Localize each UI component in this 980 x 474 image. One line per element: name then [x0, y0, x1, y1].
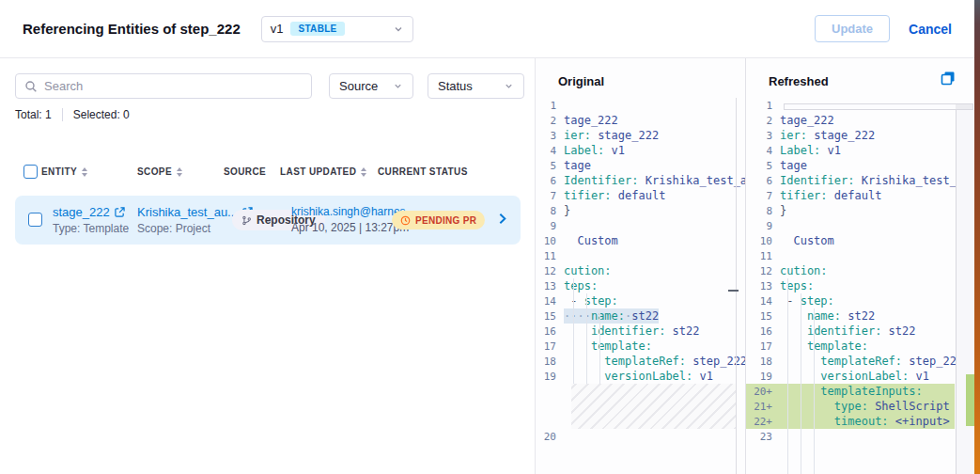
code-line[interactable]: 23 [746, 429, 955, 444]
code-line[interactable]: 9 [746, 218, 955, 233]
line-number: 1 [536, 100, 564, 112]
code-line[interactable]: 7tifier: default [536, 188, 745, 203]
code-line[interactable]: 7tifier: default [746, 188, 955, 203]
code-line[interactable]: 17 template: [536, 339, 745, 354]
scope-name-link[interactable]: Krishika_test_au... [137, 205, 238, 219]
line-text: tifier: default [780, 188, 881, 203]
code-line[interactable]: 8} [536, 203, 745, 218]
line-number: 20 [536, 431, 564, 443]
version-label: v1 [271, 22, 284, 36]
line-text: tage [564, 158, 591, 173]
code-line[interactable]: 11 [746, 248, 955, 263]
code-line[interactable]: 1 [536, 98, 745, 113]
line-number: 11 [536, 250, 564, 262]
code-line[interactable]: 22+ timeout: <+input> [746, 414, 955, 429]
code-line[interactable]: 17 template: [746, 339, 955, 354]
line-number: 17 [746, 340, 780, 353]
external-link-icon[interactable] [115, 207, 125, 217]
indent-guide [787, 278, 788, 474]
code-line[interactable]: 19 versionLabel: v1 [746, 369, 955, 384]
line-text: type: ShellScript [780, 399, 950, 414]
code-line[interactable]: 21+ type: ShellScript [746, 399, 955, 414]
line-number: 6 [746, 175, 780, 187]
code-line[interactable]: 12cution: [536, 263, 745, 278]
column-header-scope: SCOPE [137, 166, 172, 177]
original-code: 12tage_2223ier: stage_2224Label: v15tage… [536, 98, 745, 444]
code-line[interactable]: 8} [746, 203, 955, 218]
update-button[interactable]: Update [815, 15, 890, 42]
line-text: } [780, 203, 786, 218]
expand-row-chevron-right-icon[interactable] [496, 212, 508, 229]
cancel-button[interactable]: Cancel [909, 22, 952, 37]
code-line[interactable]: 18 templateRef: step_222 [536, 354, 745, 369]
line-text: tage_222 [564, 113, 618, 128]
sort-icon[interactable] [177, 167, 182, 177]
entity-name-link[interactable]: stage_222 [53, 205, 110, 219]
code-line[interactable]: 14 - step: [746, 293, 955, 308]
code-line[interactable]: 6Identifier: Krishika_test_aut [746, 173, 955, 188]
header-actions: Update Cancel [815, 15, 952, 42]
line-number: 4 [746, 145, 780, 157]
total-count: Total: 1 [15, 108, 52, 121]
line-number: 15 [746, 310, 780, 323]
sort-icon[interactable] [82, 167, 87, 177]
row-checkbox[interactable] [28, 213, 42, 227]
line-text: cution: [564, 263, 612, 278]
code-line[interactable]: 5tage [746, 158, 955, 173]
code-line[interactable]: 2tage_222 [746, 113, 955, 128]
repository-icon [241, 215, 252, 226]
copy-icon[interactable] [941, 71, 956, 86]
code-line[interactable]: 14 - step: [536, 293, 745, 308]
code-line[interactable]: 4Label: v1 [536, 143, 745, 158]
code-line[interactable]: 10 Custom [746, 233, 955, 248]
code-line[interactable]: 20+ templateInputs: [746, 384, 955, 399]
code-line[interactable]: 1 [746, 98, 955, 113]
code-line[interactable]: 15 name: st22 [746, 308, 955, 324]
table-row[interactable]: stage_222 Type: Template Krishika_test_a… [15, 196, 521, 245]
code-line[interactable]: 16 identifier: st22 [746, 324, 955, 339]
sort-icon[interactable] [361, 167, 366, 177]
column-header-last-updated: LAST UPDATED [280, 166, 356, 177]
line-number: 2 [536, 115, 564, 127]
source-filter-label: Source [339, 79, 378, 93]
code-line[interactable]: 11 [536, 248, 745, 263]
code-line[interactable]: 9 [536, 218, 745, 233]
diff-added-marker [966, 374, 974, 426]
code-line[interactable]: 13teps: [536, 278, 745, 293]
diff-collapsed-region [571, 384, 736, 429]
code-line[interactable]: 18 templateRef: step_222 [746, 354, 955, 369]
code-line[interactable]: 20 [536, 429, 745, 444]
code-line[interactable]: 16 identifier: st22 [536, 324, 745, 339]
indent-guide [586, 293, 587, 384]
indent-guide [801, 293, 801, 474]
code-line[interactable]: 6Identifier: Krishika_test_aut [536, 173, 745, 188]
source-filter-dropdown[interactable]: Source [329, 73, 413, 99]
original-panel-title: Original [558, 74, 604, 88]
original-panel: Original 12tage_2223ier: stage_2224Label… [536, 58, 745, 474]
code-line[interactable]: 2tage_222 [536, 113, 745, 128]
search-box [15, 73, 312, 99]
code-line[interactable]: 5tage [536, 158, 745, 173]
code-line[interactable]: 13teps: [746, 278, 955, 293]
line-number: 2 [746, 115, 780, 127]
refreshed-panel-title: Refreshed [769, 74, 829, 88]
line-text: versionLabel: v1 [780, 369, 929, 384]
code-line[interactable]: 10 Custom [536, 233, 745, 248]
stable-badge: STABLE [290, 22, 344, 36]
line-number: 3 [536, 130, 564, 142]
search-input[interactable] [44, 79, 311, 93]
code-line[interactable]: 3ier: stage_222 [746, 128, 955, 143]
line-number: 14 [536, 295, 564, 308]
code-line[interactable]: 19 versionLabel: v1 [536, 369, 745, 384]
line-number: 10 [536, 235, 564, 247]
code-line[interactable]: 3ier: stage_222 [536, 128, 745, 143]
status-filter-dropdown[interactable]: Status [428, 73, 524, 99]
code-line[interactable]: 15····name:·st22 [536, 308, 745, 324]
select-all-checkbox[interactable] [23, 165, 38, 179]
version-dropdown[interactable]: v1 STABLE [261, 16, 413, 42]
scrollbar-marker[interactable] [728, 290, 739, 292]
line-number: 13 [536, 280, 564, 292]
column-header-source: SOURCE [224, 166, 266, 177]
code-line[interactable]: 4Label: v1 [746, 143, 955, 158]
code-line[interactable]: 12cution: [746, 263, 955, 278]
